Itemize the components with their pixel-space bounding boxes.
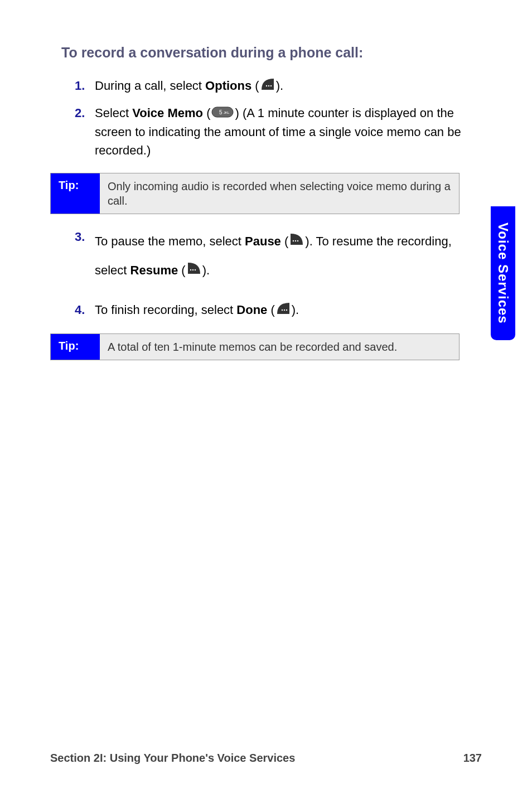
svg-point-14 — [286, 309, 287, 311]
svg-point-11 — [194, 269, 195, 270]
step-text: To finish recording, select Done (). — [95, 301, 476, 320]
right-softkey-icon — [260, 78, 275, 96]
step-text: To pause the memo, select Pause (). To r… — [95, 228, 476, 285]
text-mid: ( — [281, 234, 288, 248]
resume-label: Resume — [130, 263, 178, 277]
footer-section: Section 2I: Using Your Phone's Voice Ser… — [50, 752, 295, 765]
text-post: ). — [292, 303, 299, 317]
tip-box-1: Tip: Only incoming audio is recorded whe… — [50, 173, 460, 214]
svg-rect-3 — [212, 107, 233, 117]
text-mid: ( — [267, 303, 274, 317]
step-2: 2. Select Voice Memo (5JKL) (A 1 minute … — [61, 104, 476, 160]
svg-point-13 — [284, 309, 285, 311]
step-text: Select Voice Memo (5JKL) (A 1 minute cou… — [95, 104, 476, 160]
tip-content: A total of ten 1-minute memos can be rec… — [100, 334, 459, 360]
text-mid2: ( — [178, 263, 185, 277]
footer-page-number: 137 — [463, 752, 482, 765]
step-text: During a call, select Options (). — [95, 76, 476, 96]
svg-text:5: 5 — [219, 109, 223, 115]
section-heading: To record a conversation during a phone … — [61, 45, 476, 61]
svg-point-9 — [190, 269, 191, 270]
text-pre: During a call, select — [95, 79, 205, 93]
text-pre: To pause the memo, select — [95, 234, 245, 248]
right-softkey-icon — [276, 302, 291, 320]
text-pre: To finish recording, select — [95, 303, 236, 317]
pause-label: Pause — [245, 234, 281, 248]
left-softkey-icon — [187, 257, 201, 286]
tip-box-2: Tip: A total of ten 1-minute memos can b… — [50, 333, 460, 360]
svg-point-0 — [265, 85, 267, 86]
step-number: 4. — [75, 301, 95, 320]
left-softkey-icon — [289, 228, 304, 257]
text-post: ). — [202, 263, 210, 277]
done-label: Done — [236, 303, 267, 317]
key-5-icon: 5JKL — [211, 104, 234, 123]
step-4: 4. To finish recording, select Done (). — [61, 301, 476, 320]
text-mid: ( — [203, 106, 210, 120]
side-tab-label: Voice Services — [495, 223, 511, 324]
step-number: 1. — [75, 76, 95, 96]
svg-point-6 — [293, 240, 294, 241]
svg-point-8 — [297, 240, 298, 241]
svg-point-10 — [192, 269, 193, 270]
tip-label: Tip: — [51, 173, 100, 214]
text-post: ). — [276, 79, 283, 93]
svg-point-12 — [282, 309, 283, 311]
svg-text:JKL: JKL — [224, 111, 230, 114]
step-number: 2. — [75, 104, 95, 160]
text-mid: ( — [252, 79, 259, 93]
text-pre: Select — [95, 106, 132, 120]
tip-content: Only incoming audio is recorded when sel… — [100, 173, 459, 214]
svg-point-1 — [268, 85, 269, 86]
voice-memo-label: Voice Memo — [132, 106, 203, 120]
svg-point-7 — [295, 240, 296, 241]
options-label: Options — [205, 79, 252, 93]
step-3: 3. To pause the memo, select Pause (). T… — [61, 228, 476, 285]
step-1: 1. During a call, select Options (). — [61, 76, 476, 96]
side-tab: Voice Services — [491, 206, 515, 340]
svg-point-2 — [270, 85, 271, 86]
step-number: 3. — [75, 228, 95, 285]
page-footer: Section 2I: Using Your Phone's Voice Ser… — [50, 752, 482, 765]
tip-label: Tip: — [51, 334, 100, 360]
